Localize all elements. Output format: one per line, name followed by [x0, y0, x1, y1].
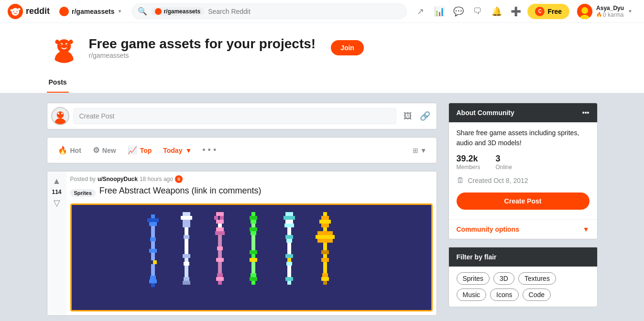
user-profile[interactable]: Asya_Dyu 🔥 0 karma ▼	[573, 2, 636, 21]
top-icon: 📈	[128, 146, 137, 155]
sort-more-btn[interactable]: • • •	[198, 142, 220, 158]
reddit-logo-icon	[8, 4, 23, 19]
svg-rect-52	[216, 227, 224, 231]
svg-rect-32	[150, 276, 156, 279]
subreddit-info: Free game assets for your projects! r/ga…	[89, 36, 316, 59]
svg-rect-70	[251, 254, 255, 258]
sort-new-btn[interactable]: ⚙ New	[88, 143, 121, 158]
svg-rect-34	[151, 283, 155, 287]
svg-rect-100	[323, 254, 327, 258]
svg-rect-23	[147, 218, 159, 222]
svg-rect-30	[153, 260, 157, 264]
post-title[interactable]: Free Abstract Weapons (link in comments)	[99, 186, 262, 196]
svg-rect-68	[251, 235, 255, 250]
filter-tag-music[interactable]: Music	[457, 289, 487, 301]
svg-rect-74	[250, 277, 257, 281]
about-community-title: About Community	[457, 109, 514, 117]
search-input[interactable]	[208, 8, 401, 15]
about-community-card: About Community ••• Share free game asse…	[448, 103, 598, 239]
svg-rect-98	[323, 243, 327, 250]
svg-rect-43	[184, 262, 189, 266]
subreddit-icon	[59, 7, 69, 16]
nav-item-posts[interactable]: Posts	[47, 73, 69, 93]
svg-rect-61	[218, 281, 222, 285]
downvote-btn[interactable]: ▽	[51, 197, 63, 209]
join-button[interactable]: Join	[331, 40, 364, 55]
sort-today-btn[interactable]: Today ▼	[158, 144, 196, 157]
svg-rect-82	[286, 239, 292, 243]
svg-rect-83	[287, 243, 291, 254]
post-flair[interactable]: Sprites	[70, 189, 96, 197]
filter-tag-code[interactable]: Code	[523, 289, 551, 301]
user-chevron-icon: ▼	[628, 9, 633, 14]
top-nav: reddit r/gameassets ▼ 🔍 r/gameassets ↗ 📊…	[0, 0, 644, 23]
svg-rect-63	[250, 216, 257, 220]
notification-icon-btn[interactable]: 🔔	[489, 4, 504, 19]
svg-rect-37	[183, 220, 190, 227]
filter-tag-icons[interactable]: Icons	[490, 289, 518, 301]
view-toggle-btn[interactable]: ⊞ ▼	[409, 144, 431, 157]
sort-bar: 🔥 Hot ⚙ New 📈 Top Today ▼ • • • ⊞ ▼	[47, 137, 437, 163]
search-bar[interactable]: 🔍 r/gameassets	[131, 3, 407, 19]
share-icon-btn[interactable]: ↗	[413, 4, 428, 19]
svg-rect-95	[317, 231, 333, 235]
search-sub-icon	[155, 8, 162, 15]
svg-rect-65	[251, 224, 255, 227]
svg-rect-56	[218, 250, 222, 258]
link-btn[interactable]: 🔗	[417, 108, 433, 124]
chart-icon-btn[interactable]: 📊	[432, 4, 447, 19]
about-stats: 39.2k Members 3 Online	[457, 154, 589, 171]
about-community-header: About Community •••	[449, 103, 597, 122]
members-stat: 39.2k Members	[457, 154, 480, 171]
svg-rect-40	[185, 239, 188, 254]
add-icon-btn[interactable]: ➕	[508, 4, 524, 19]
subreddit-header: Free game assets for your projects! r/ga…	[35, 23, 609, 73]
coins-icon: C	[535, 7, 545, 16]
svg-rect-96	[316, 235, 335, 239]
chat-icon-btn[interactable]: 💬	[451, 4, 466, 19]
community-options-toggle[interactable]: Community options ▼	[449, 219, 597, 239]
vote-column: ▲ 114 ▽	[47, 171, 66, 315]
svg-rect-87	[287, 266, 291, 277]
free-button[interactable]: C Free	[527, 4, 569, 19]
svg-rect-35	[183, 212, 190, 216]
svg-rect-80	[287, 227, 291, 235]
filter-tag-textures[interactable]: Textures	[518, 272, 556, 285]
sort-hot-label: Hot	[70, 147, 81, 154]
sort-new-label: New	[102, 147, 116, 154]
search-subreddit-badge: r/gameassets	[151, 7, 204, 16]
members-label: Members	[457, 164, 480, 171]
svg-rect-48	[214, 216, 218, 220]
svg-rect-67	[251, 231, 256, 235]
user-avatar	[577, 4, 592, 19]
sort-hot-btn[interactable]: 🔥 Hot	[53, 143, 86, 158]
filter-tag-sprites[interactable]: Sprites	[457, 272, 490, 285]
subreddit-name: r/gameassets	[72, 8, 115, 15]
sort-top-btn[interactable]: 📈 Top	[123, 143, 157, 158]
posted-by-label: Posted by	[70, 176, 96, 182]
community-options-label: Community options	[457, 225, 519, 233]
search-icon: 🔍	[138, 7, 147, 16]
feed-column: Create Post 🖼 🔗 🔥 Hot ⚙ New 📈 Top Today	[47, 103, 437, 321]
post-image[interactable]	[70, 203, 433, 311]
upvote-btn[interactable]: ▲	[51, 175, 63, 187]
image-upload-btn[interactable]: 🖼	[400, 108, 415, 124]
post-author[interactable]: u/SnoopyDuck	[98, 176, 138, 182]
subreddit-selector[interactable]: r/gameassets ▼	[55, 5, 126, 18]
create-post-input[interactable]: Create Post	[73, 108, 396, 124]
svg-rect-54	[218, 235, 222, 246]
svg-point-19	[57, 113, 59, 115]
filter-tag-3d[interactable]: 3D	[493, 272, 514, 285]
svg-rect-53	[215, 231, 225, 235]
svg-rect-31	[151, 264, 155, 276]
message-icon-btn[interactable]: 🗨	[470, 4, 485, 19]
svg-rect-59	[217, 273, 223, 277]
sidebar-create-post-btn[interactable]: Create Post	[457, 193, 589, 210]
about-more-icon[interactable]: •••	[582, 109, 589, 117]
sort-top-label: Top	[140, 147, 152, 154]
online-stat: 3 Online	[496, 154, 513, 171]
create-post-avatar	[51, 107, 69, 125]
reddit-logo-link[interactable]: reddit	[8, 4, 50, 19]
calendar-icon: 🗓	[457, 176, 464, 185]
svg-rect-104	[321, 277, 329, 281]
